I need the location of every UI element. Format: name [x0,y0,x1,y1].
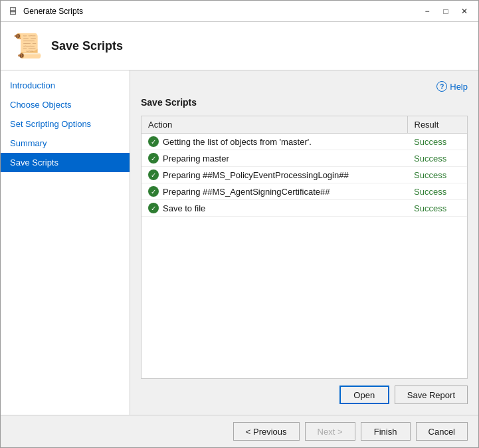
cell-action: ✓Getting the list of objects from 'maste… [142,134,407,150]
close-button[interactable]: ✕ [456,5,473,18]
maximize-button[interactable]: □ [437,5,454,18]
help-icon: ? [436,81,447,92]
table-row: ✓Save to fileSuccess [142,200,467,217]
table-header-row: Action Result [142,116,467,134]
finish-button[interactable]: Finish [361,422,411,441]
table-row: ✓Preparing masterSuccess [142,150,467,167]
cell-action: ✓Preparing ##MS_PolicyEventProcessingLog… [142,167,407,183]
header-icon: 📜 [11,30,43,62]
window-controls: − □ ✕ [419,5,473,18]
cell-action: ✓Preparing ##MS_AgentSigningCertificate#… [142,183,407,200]
table-row: ✓Preparing ##MS_PolicyEventProcessingLog… [142,167,467,183]
title-bar: 🖥 Generate Scripts − □ ✕ [1,1,478,22]
cell-result: Success [407,200,467,217]
action-text: Preparing ##MS_PolicyEventProcessingLogi… [163,170,349,180]
success-icon: ✓ [148,203,159,213]
main-panel: ? Help Save Scripts Action Result [130,70,478,415]
save-report-button[interactable]: Save Report [395,386,468,404]
column-action: Action [142,116,407,134]
sidebar-item-choose-objects[interactable]: Choose Objects [1,95,130,114]
success-icon: ✓ [148,136,159,147]
minimize-button[interactable]: − [419,5,436,18]
cell-result: Success [407,183,467,200]
window-title: Generate Scripts [23,7,419,16]
header-area: 📜 Save Scripts [1,22,478,70]
previous-button[interactable]: < Previous [233,422,300,441]
cell-action: ✓Save to file [142,200,407,217]
next-button[interactable]: Next > [305,422,355,441]
content-area: Introduction Choose Objects Set Scriptin… [1,70,478,415]
bottom-buttons-row: Open Save Report [141,386,468,404]
success-icon: ✓ [148,186,159,197]
cancel-button[interactable]: Cancel [416,422,468,441]
action-text: Preparing ##MS_AgentSigningCertificate## [163,187,330,197]
cell-result: Success [407,134,467,150]
action-text: Preparing master [163,154,229,164]
cell-action: ✓Preparing master [142,150,407,167]
column-result: Result [407,116,467,134]
sidebar-item-save-scripts[interactable]: Save Scripts [1,153,130,172]
cell-result: Success [407,167,467,183]
result-text: Success [414,203,446,213]
help-row: ? Help [141,81,468,92]
window-body: 📜 Save Scripts Introduction Choose Objec… [1,22,478,447]
header-title: Save Scripts [51,39,123,53]
app-icon: 🖥 [6,5,19,18]
action-text: Save to file [163,203,205,213]
sidebar-item-set-scripting-options[interactable]: Set Scripting Options [1,114,130,134]
panel-title: Save Scripts [141,97,468,108]
table-row: ✓Preparing ##MS_AgentSigningCertificate#… [142,183,467,200]
help-link[interactable]: ? Help [436,81,468,92]
action-text: Getting the list of objects from 'master… [163,137,312,147]
main-window: 🖥 Generate Scripts − □ ✕ 📜 Save Scripts … [0,0,479,448]
footer: < Previous Next > Finish Cancel [1,415,478,447]
sidebar: Introduction Choose Objects Set Scriptin… [1,70,130,415]
results-table: Action Result ✓Getting the list of objec… [142,116,467,217]
success-icon: ✓ [148,153,159,164]
table-row: ✓Getting the list of objects from 'maste… [142,134,467,150]
result-text: Success [414,187,446,197]
sidebar-item-summary[interactable]: Summary [1,134,130,153]
cell-result: Success [407,150,467,167]
result-text: Success [414,154,446,164]
open-button[interactable]: Open [339,386,389,404]
result-text: Success [414,170,446,180]
sidebar-item-introduction[interactable]: Introduction [1,76,130,95]
help-label: Help [450,82,468,92]
result-text: Success [414,137,446,147]
results-table-container[interactable]: Action Result ✓Getting the list of objec… [141,116,468,379]
success-icon: ✓ [148,169,159,180]
